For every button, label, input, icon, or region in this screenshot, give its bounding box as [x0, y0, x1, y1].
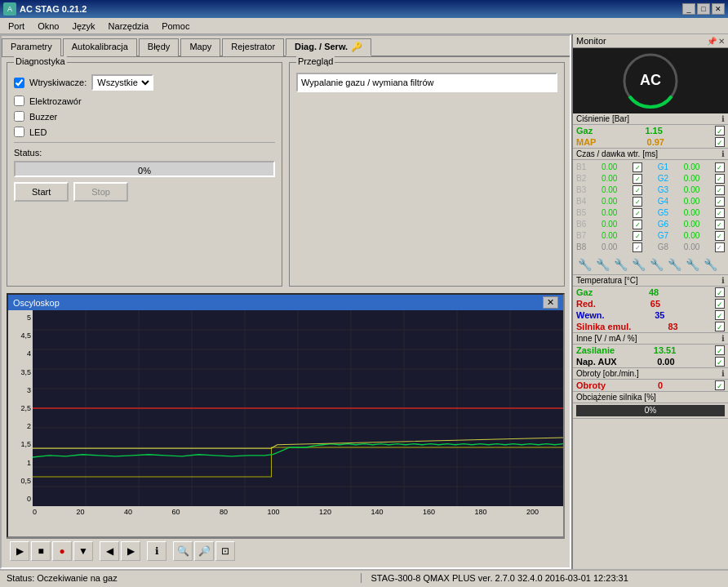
oscyloskop-title: Oscyloskop — [13, 298, 60, 308]
start-button[interactable]: Start — [14, 182, 69, 202]
nap-aux-label: Nap. AUX — [576, 357, 617, 367]
temp-wewn-checkbox[interactable]: ✓ — [715, 310, 725, 320]
oscyloskop-close-button[interactable]: ✕ — [543, 296, 558, 309]
temp-red-value: 65 — [650, 299, 660, 309]
czas-table: B1 0.00 ✓ G1 0.00 ✓ B2 0.00 ✓ G2 0.00 ✓ … — [573, 160, 728, 255]
inj-icon-3: 🔧 — [612, 256, 628, 273]
gaz-row: Gaz 1.15 ✓ — [573, 125, 728, 136]
elektrozawor-checkbox[interactable] — [14, 96, 24, 106]
map-checkbox[interactable]: ✓ — [715, 137, 725, 147]
tab-autokalibracja[interactable]: Autokalibracja — [63, 38, 137, 56]
title-bar-left: A AC STAG 0.21.2 — [3, 2, 87, 16]
status-label: Status: — [14, 148, 275, 158]
przeglad-input[interactable]: Wypalanie gazu / wymiana filtrów — [296, 73, 557, 92]
title-bar: A AC STAG 0.21.2 _ □ ✕ — [0, 0, 728, 18]
right-panel: Monitor 📌 ✕ AC Ciśnienie [Bar] ℹ Gaz 1.1… — [571, 34, 728, 569]
wtryskiwacze-select[interactable]: Wszystkie B1B2B3B4 B5B6B7B8 — [91, 74, 153, 91]
temp-wewn-label: Wewn. — [576, 310, 605, 320]
tab-mapy[interactable]: Mapy — [180, 38, 220, 56]
tab-rejestrator[interactable]: Rejestrator — [222, 38, 284, 56]
obroty-checkbox[interactable]: ✓ — [715, 380, 725, 390]
elektrozawor-label: Elektrozawór — [29, 96, 82, 106]
oscyloskop-title-bar: Oscyloskop ✕ — [8, 295, 563, 310]
czas-info-icon[interactable]: ℹ — [721, 149, 725, 158]
przeglad-group: Przegląd Wypalanie gazu / wymiana filtró… — [289, 62, 565, 287]
temp-silnik-value: 83 — [668, 322, 678, 331]
oscyloskop-panel: Oscyloskop ✕ 5 4,5 4 3,5 3 2,5 2 1,5 1 0… — [7, 293, 565, 538]
svg-text:AC: AC — [640, 72, 661, 88]
obroty-section: Obroty [obr./min.] ℹ Obroty 0 ✓ — [573, 368, 728, 392]
tab-diag-icon: 🔑 — [351, 42, 362, 52]
czas-label: Czas / dawka wtr. [ms] — [576, 149, 658, 158]
menu-okno[interactable]: Okno — [31, 20, 65, 33]
stop-button[interactable]: Stop — [73, 182, 128, 202]
monitor-title-icons: 📌 ✕ — [707, 37, 725, 46]
zasilanie-checkbox[interactable]: ✓ — [715, 345, 725, 355]
czas-section: Czas / dawka wtr. [ms] ℹ B1 0.00 ✓ G1 0.… — [573, 149, 728, 275]
minimize-button[interactable]: _ — [682, 3, 695, 15]
obroty-row: Obroty 0 ✓ — [573, 380, 728, 391]
inj-icon-4: 🔧 — [630, 256, 646, 273]
buzzer-row: Buzzer — [14, 111, 275, 122]
fit-button[interactable]: ⊡ — [215, 541, 235, 561]
injector-icons-row: 🔧 🔧 🔧 🔧 🔧 🔧 🔧 🔧 — [573, 255, 728, 274]
menu-jezyk[interactable]: Język — [65, 20, 101, 33]
cisniene-header: Ciśnienie [Bar] ℹ — [573, 113, 728, 125]
next-button[interactable]: ▶ — [121, 541, 140, 561]
nap-aux-row: Nap. AUX 0.00 ✓ — [573, 356, 728, 367]
close-button[interactable]: ✕ — [712, 3, 725, 15]
diagnostyka-group: Diagnostyka Wtryskiwacze: Wszystkie B1B2… — [7, 62, 282, 287]
cisniene-info-icon[interactable]: ℹ — [721, 114, 725, 123]
temperatura-info-icon[interactable]: ℹ — [721, 276, 725, 285]
obroty-header-label: Obroty [obr./min.] — [576, 369, 639, 378]
temp-wewn-row: Wewn. 35 ✓ — [573, 309, 728, 321]
play-button[interactable]: ▶ — [10, 541, 29, 561]
monitor-pin-icon[interactable]: 📌 — [707, 37, 717, 46]
stop-tb-button[interactable]: ■ — [31, 541, 51, 561]
dropdown-button[interactable]: ▼ — [73, 541, 93, 561]
map-row: MAP 0.97 ✓ — [573, 136, 728, 148]
record-button[interactable]: ● — [52, 541, 72, 561]
menu-port[interactable]: Port — [2, 20, 31, 33]
elektrozawor-row: Elektrozawór — [14, 96, 275, 106]
temp-red-checkbox[interactable]: ✓ — [715, 299, 725, 309]
diagnostyka-title: Diagnostyka — [14, 56, 67, 66]
nap-aux-checkbox[interactable]: ✓ — [715, 357, 725, 367]
maximize-button[interactable]: □ — [697, 3, 710, 15]
start-stop-row: Start Stop — [14, 182, 275, 202]
prev-button[interactable]: ◀ — [100, 541, 119, 561]
wtryskiwacze-checkbox[interactable] — [14, 78, 24, 88]
temp-silnik-checkbox[interactable]: ✓ — [715, 322, 725, 331]
czas-header: Czas / dawka wtr. [ms] ℹ — [573, 149, 728, 160]
main-layout: Parametry Autokalibracja Błędy Mapy Reje… — [0, 34, 728, 569]
tab-diag-serw[interactable]: Diag. / Serw. 🔑 — [286, 38, 371, 56]
temperatura-header: Temperatura [°C] ℹ — [573, 275, 728, 287]
czas-row-3: B3 0.00 ✓ G3 0.00 ✓ — [575, 185, 726, 196]
temperatura-label: Temperatura [°C] — [576, 276, 638, 285]
menu-narzedzia[interactable]: Narzędzia — [102, 20, 156, 33]
osc-y-axis: 5 4,5 4 3,5 3 2,5 2 1,5 1 0,5 0 — [8, 310, 33, 506]
tab-parametry[interactable]: Parametry — [2, 38, 61, 56]
buzzer-checkbox[interactable] — [14, 111, 24, 122]
monitor-close-icon[interactable]: ✕ — [718, 37, 725, 46]
tab-bledy[interactable]: Błędy — [139, 38, 180, 56]
inne-info-icon[interactable]: ℹ — [721, 334, 725, 343]
zoom-out-button[interactable]: 🔎 — [194, 541, 214, 561]
info-button[interactable]: ℹ — [147, 541, 166, 561]
monitor-title-bar: Monitor 📌 ✕ — [573, 34, 728, 48]
buzzer-label: Buzzer — [29, 112, 57, 122]
inne-header: Inne [V / mA / %] ℹ — [573, 333, 728, 345]
led-checkbox[interactable] — [14, 127, 24, 137]
gaz-checkbox[interactable]: ✓ — [715, 126, 725, 136]
zoom-in-button[interactable]: 🔍 — [173, 541, 193, 561]
obroty-info-icon[interactable]: ℹ — [721, 369, 725, 378]
menu-pomoc[interactable]: Pomoc — [155, 20, 196, 33]
menu-bar: Port Okno Język Narzędzia Pomoc — [0, 18, 728, 34]
progress-label: 0% — [16, 162, 273, 179]
czas-row-5: B5 0.00 ✓ G5 0.00 ✓ — [575, 207, 726, 219]
monitor-title: Monitor — [576, 36, 606, 46]
temp-gaz-row: Gaz 48 ✓ — [573, 287, 728, 298]
map-label: MAP — [576, 137, 596, 147]
temp-gaz-checkbox[interactable]: ✓ — [715, 287, 725, 297]
app-icon: A — [3, 2, 16, 16]
